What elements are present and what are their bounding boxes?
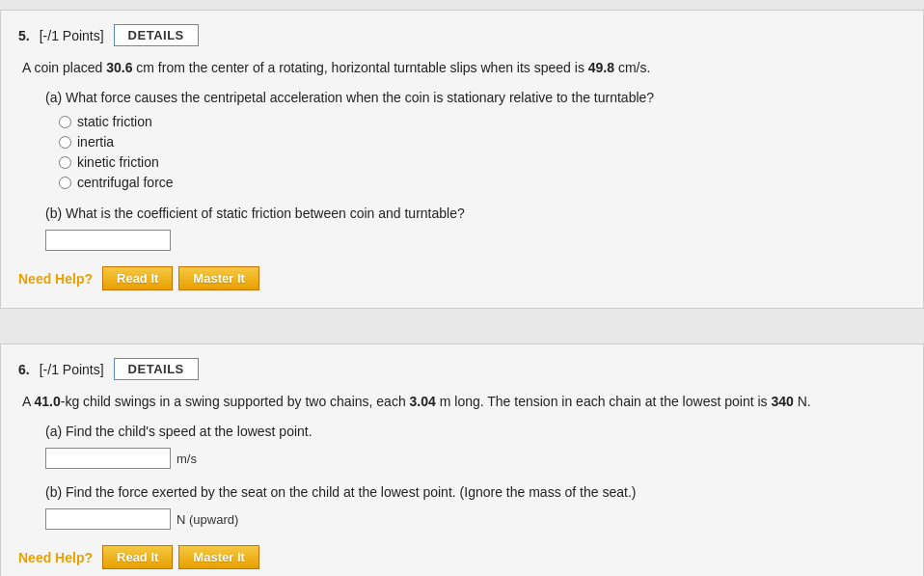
question-6-number: 6. <box>18 362 30 377</box>
q6-sub-b-input[interactable] <box>45 508 171 530</box>
q5-bold2: 49.8 <box>588 60 614 75</box>
q5-master-it-button[interactable]: Master It <box>178 266 258 290</box>
q6-sub-a-label: (a) Find the child's speed at the lowest… <box>45 422 906 442</box>
q6-sub-a-unit: m/s <box>177 452 197 466</box>
q6-sub-a-input[interactable] <box>45 448 171 469</box>
question-5-header: 5. [-/1 Points] DETAILS <box>18 24 906 46</box>
q5-radio-group: static friction inertia kinetic friction… <box>59 114 906 190</box>
question-6-sub-b: (b) Find the force exerted by the seat o… <box>45 482 906 530</box>
question-6-need-help-row: Need Help? Read It Master It <box>18 545 906 569</box>
q5-sub-a-label: (a) What force causes the centripetal ac… <box>45 88 906 108</box>
question-5-sub-b: (b) What is the coefficient of static fr… <box>45 204 906 251</box>
q5-option-inertia[interactable]: inertia <box>59 134 906 150</box>
q5-radio-kinetic-friction[interactable] <box>59 156 71 169</box>
q5-option-static-friction-label: static friction <box>77 114 152 129</box>
question-5-points: [-/1 Points] <box>40 28 104 43</box>
q5-text3: cm/s. <box>614 60 650 75</box>
q6-text3: m long. The tension in each chain at the… <box>436 394 772 409</box>
q5-option-inertia-label: inertia <box>77 134 114 150</box>
question-5-details-button[interactable]: DETAILS <box>114 24 199 46</box>
question-6-block: 6. [-/1 Points] DETAILS A 41.0-kg child … <box>0 343 924 576</box>
q6-bold2: 3.04 <box>410 394 436 409</box>
page-container: 5. [-/1 Points] DETAILS A coin placed 30… <box>0 0 924 576</box>
q6-master-it-button[interactable]: Master It <box>178 545 258 569</box>
q6-sub-a-input-row: m/s <box>45 448 906 469</box>
q5-answer-input[interactable] <box>45 230 171 251</box>
q5-option-kinetic-friction[interactable]: kinetic friction <box>59 154 906 170</box>
question-6-details-button[interactable]: DETAILS <box>114 358 199 380</box>
question-5-block: 5. [-/1 Points] DETAILS A coin placed 30… <box>0 10 924 309</box>
question-6-points: [-/1 Points] <box>40 362 104 377</box>
q5-option-kinetic-friction-label: kinetic friction <box>77 154 159 170</box>
q5-radio-static-friction[interactable] <box>59 116 71 128</box>
q5-option-centrifugal[interactable]: centrifugal force <box>59 175 906 190</box>
q5-option-centrifugal-label: centrifugal force <box>77 175 174 190</box>
question-5-sub-a: (a) What force causes the centripetal ac… <box>45 88 906 190</box>
question-5-text: A coin placed 30.6 cm from the center of… <box>18 58 906 78</box>
q5-read-it-button[interactable]: Read It <box>102 266 173 290</box>
q5-need-help-text: Need Help? <box>18 271 93 287</box>
q6-need-help-text: Need Help? <box>18 550 93 565</box>
q6-text4: N. <box>794 394 811 409</box>
question-5-number: 5. <box>18 28 30 43</box>
q6-read-it-button[interactable]: Read It <box>102 545 173 569</box>
question-6-text: A 41.0-kg child swings in a swing suppor… <box>18 392 906 412</box>
q6-sub-b-label: (b) Find the force exerted by the seat o… <box>45 482 906 503</box>
q6-text2: -kg child swings in a swing supported by… <box>61 394 410 409</box>
question-6-header: 6. [-/1 Points] DETAILS <box>18 358 906 380</box>
question-5-need-help-row: Need Help? Read It Master It <box>18 266 906 290</box>
q6-sub-b-unit: N (upward) <box>177 512 238 527</box>
question-6-sub-a: (a) Find the child's speed at the lowest… <box>45 422 906 469</box>
q6-sub-b-input-row: N (upward) <box>45 508 906 530</box>
q5-sub-b-input-row <box>45 230 906 251</box>
q6-bold1: 41.0 <box>34 394 60 409</box>
q6-bold3: 340 <box>771 394 793 409</box>
separator <box>0 326 924 343</box>
q5-option-static-friction[interactable]: static friction <box>59 114 906 129</box>
q5-radio-inertia[interactable] <box>59 136 71 149</box>
q5-radio-centrifugal[interactable] <box>59 177 71 189</box>
q5-sub-b-label: (b) What is the coefficient of static fr… <box>45 204 906 224</box>
q5-text2: cm from the center of a rotating, horizo… <box>132 60 587 75</box>
q5-bold1: 30.6 <box>106 60 132 75</box>
